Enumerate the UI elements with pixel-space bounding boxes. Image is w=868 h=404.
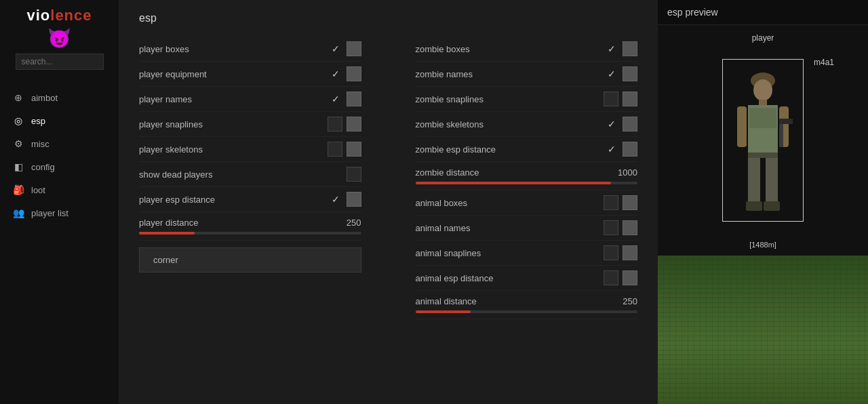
setting-controls-zombie-snaplines [604, 92, 637, 106]
check-icon-zombie-esp-distance[interactable]: ✓ [605, 144, 618, 155]
player-distance-value: 250 [347, 218, 361, 228]
setting-label-player-snaplines: player snaplines [139, 119, 328, 129]
setting-row-player-boxes: player boxes ✓ [139, 37, 361, 62]
sidebar-item-misc[interactable]: ⚙ misc [0, 132, 119, 155]
aimbot-icon: ⊕ [12, 92, 24, 103]
check-icon-zombie-boxes[interactable]: ✓ [605, 43, 618, 54]
setting-row-player-skeletons: player skeletons [139, 137, 361, 162]
sidebar-item-label-loot: loot [31, 185, 45, 195]
logo-smile: 😈 [47, 27, 71, 49]
color-box-player-equipment[interactable] [347, 66, 361, 81]
animal-distance-slider-row: animal distance 250 [416, 291, 638, 319]
setting-label-zombie-skeletons: zombie skeletons [416, 119, 606, 129]
sidebar-item-label-aimbot: aimbot [31, 93, 58, 103]
setting-label-player-skeletons: player skeletons [139, 144, 328, 155]
player-distance-fill [139, 232, 195, 235]
setting-controls-zombie-boxes: ✓ [605, 41, 637, 56]
setting-controls-zombie-names: ✓ [605, 66, 637, 81]
setting-row-animal-boxes: animal boxes [416, 190, 638, 216]
sidebar-item-esp[interactable]: ◎ esp [0, 109, 119, 132]
player-distance-slider-row: player distance 250 [139, 212, 361, 241]
setting-controls-animal-snaplines [604, 245, 637, 260]
animal-distance-fill [416, 310, 471, 313]
color-box-player-names[interactable] [347, 92, 361, 106]
esp-icon: ◎ [12, 115, 24, 126]
color-box-animal-snaplines[interactable] [623, 245, 637, 260]
setting-label-show-dead-players: show dead players [139, 169, 347, 180]
color-box-player-skeletons[interactable] [347, 142, 361, 157]
check-icon-player-boxes[interactable]: ✓ [329, 43, 342, 54]
zombie-distance-value: 1000 [618, 167, 637, 178]
setting-label-player-boxes: player boxes [139, 44, 329, 54]
color-box-animal-names[interactable] [623, 220, 637, 235]
sidebar-item-label-config: config [31, 162, 55, 172]
toggle-animal-snaplines[interactable] [604, 245, 618, 260]
check-icon-zombie-names[interactable]: ✓ [605, 68, 618, 79]
corner-button[interactable]: corner [139, 247, 361, 272]
setting-label-animal-names: animal names [416, 223, 604, 233]
color-box-animal-esp-distance[interactable] [623, 270, 637, 285]
animal-distance-track[interactable] [416, 310, 638, 313]
toggle-animal-boxes[interactable] [604, 195, 618, 210]
setting-label-animal-esp-distance: animal esp distance [416, 273, 604, 283]
setting-controls-animal-boxes [604, 195, 637, 210]
preview-weapon-label: m4a1 [814, 58, 834, 67]
color-box-zombie-names[interactable] [623, 66, 637, 81]
setting-row-zombie-skeletons: zombie skeletons ✓ [416, 112, 638, 137]
setting-label-zombie-snaplines: zombie snaplines [416, 94, 604, 104]
check-icon-zombie-skeletons[interactable]: ✓ [605, 119, 618, 129]
sidebar: violence 😈 ⊕ aimbot ◎ esp ⚙ misc ◧ confi… [0, 0, 119, 404]
setting-controls-player-esp-distance: ✓ [329, 192, 361, 207]
animal-distance-label: animal distance [416, 296, 477, 306]
setting-row-show-dead-players: show dead players [139, 162, 361, 187]
setting-label-player-equipment: player equipment [139, 69, 329, 79]
color-box-player-esp-distance[interactable] [347, 192, 361, 207]
setting-controls-animal-names [604, 220, 637, 235]
right-column: zombie boxes ✓ zombie names ✓ zombie sna… [416, 37, 638, 319]
zombie-distance-track[interactable] [416, 182, 638, 184]
config-icon: ◧ [12, 161, 24, 172]
toggle-player-snaplines[interactable] [328, 117, 342, 132]
toggle-animal-names[interactable] [604, 220, 618, 235]
sidebar-item-label-player-list: player list [31, 208, 68, 218]
toggle-zombie-snaplines[interactable] [604, 92, 618, 106]
preview-box [722, 59, 804, 222]
color-box-player-boxes[interactable] [347, 41, 361, 56]
setting-row-player-names: player names ✓ [139, 87, 361, 112]
check-icon-player-esp-distance[interactable]: ✓ [329, 194, 342, 205]
search-input[interactable] [16, 54, 104, 70]
color-box-zombie-skeletons[interactable] [623, 117, 637, 132]
setting-controls-player-snaplines [328, 117, 361, 132]
setting-controls-zombie-skeletons: ✓ [605, 117, 637, 132]
setting-label-animal-snaplines: animal snaplines [416, 248, 604, 258]
color-box-zombie-boxes[interactable] [623, 41, 637, 56]
logo-vio: vio [26, 7, 50, 24]
sidebar-item-config[interactable]: ◧ config [0, 155, 119, 178]
toggle-player-skeletons[interactable] [328, 142, 342, 157]
sidebar-item-aimbot[interactable]: ⊕ aimbot [0, 86, 119, 109]
color-box-zombie-esp-distance[interactable] [623, 142, 637, 157]
setting-controls-player-equipment: ✓ [329, 66, 361, 81]
preview-player-area: player m4a1 [658, 25, 868, 256]
setting-row-zombie-boxes: zombie boxes ✓ [416, 37, 638, 62]
color-box-player-snaplines[interactable] [347, 117, 361, 132]
setting-label-player-esp-distance: player esp distance [139, 195, 329, 205]
toggle-animal-esp-distance[interactable] [604, 270, 618, 285]
zombie-distance-fill [416, 182, 611, 184]
setting-controls-player-names: ✓ [329, 92, 361, 106]
setting-row-player-snaplines: player snaplines [139, 112, 361, 137]
color-box-animal-boxes[interactable] [623, 195, 637, 210]
player-list-icon: 👥 [12, 207, 24, 218]
main-content: esp player boxes ✓ player equipment ✓ pl… [119, 0, 658, 404]
logo-area: violence 😈 [0, 7, 119, 77]
check-icon-player-equipment[interactable]: ✓ [329, 68, 342, 79]
sidebar-item-player-list[interactable]: 👥 player list [0, 201, 119, 224]
color-box-zombie-snaplines[interactable] [623, 92, 637, 106]
nav-items: ⊕ aimbot ◎ esp ⚙ misc ◧ config 🎒 loot 👥 … [0, 86, 119, 224]
setting-row-animal-names: animal names [416, 216, 638, 241]
check-icon-player-names[interactable]: ✓ [329, 94, 342, 104]
sidebar-item-loot[interactable]: 🎒 loot [0, 178, 119, 201]
setting-row-animal-esp-distance: animal esp distance [416, 266, 638, 291]
toggle-show-dead-players[interactable] [347, 167, 361, 182]
player-distance-track[interactable] [139, 232, 361, 235]
